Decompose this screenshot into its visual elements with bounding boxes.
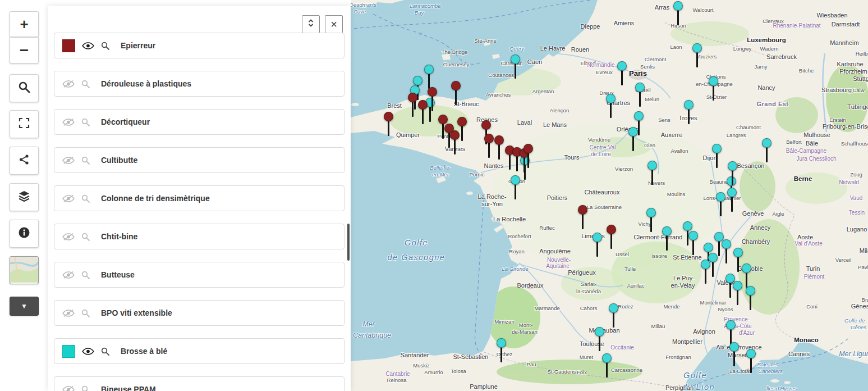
eye-slash-icon[interactable] <box>62 118 75 126</box>
marker-head <box>762 138 771 148</box>
magnifier-icon[interactable] <box>81 271 90 279</box>
map-marker-cyan[interactable] <box>635 83 645 108</box>
map-marker-red[interactable] <box>450 130 460 156</box>
panel-scrollbar[interactable] <box>347 224 350 261</box>
map-marker-cyan[interactable] <box>628 127 639 153</box>
fullscreen-button[interactable] <box>10 110 39 138</box>
eye-slash-icon[interactable] <box>62 80 75 88</box>
layer-item: Chtit-bine <box>54 224 345 249</box>
eye-slash-icon[interactable] <box>62 309 75 317</box>
zoom-out-button[interactable]: − <box>10 38 39 63</box>
marker-head <box>428 87 437 97</box>
search-button[interactable] <box>10 74 39 102</box>
map-marker-cyan[interactable] <box>511 175 521 201</box>
magnifier-icon[interactable] <box>81 118 90 126</box>
zoom-in-button[interactable]: + <box>10 11 39 37</box>
map-marker-cyan[interactable] <box>692 43 702 69</box>
eye-slash-icon[interactable] <box>62 385 75 391</box>
magnifier-icon[interactable] <box>101 347 109 356</box>
layer-label: Chtit-bine <box>101 232 137 241</box>
map-marker-red[interactable] <box>451 81 461 107</box>
info-icon <box>18 226 30 241</box>
map-marker-cyan[interactable] <box>595 327 605 353</box>
magnifier-icon[interactable] <box>81 194 90 203</box>
map-marker-cyan[interactable] <box>746 349 756 375</box>
marker-head <box>450 130 460 140</box>
collapse-toolbar-button[interactable]: ▼ <box>10 297 39 316</box>
map-marker-cyan[interactable] <box>762 138 772 164</box>
layer-label: Epierreur <box>121 41 155 50</box>
map-marker-cyan[interactable] <box>729 342 740 368</box>
marker-head <box>712 144 722 153</box>
map-marker-cyan[interactable] <box>511 54 521 80</box>
eye-slash-icon[interactable] <box>62 194 75 203</box>
share-button[interactable] <box>10 147 39 175</box>
map-marker-cyan[interactable] <box>593 233 603 258</box>
map-marker-cyan[interactable] <box>722 239 732 265</box>
map-marker-cyan[interactable] <box>684 100 694 126</box>
map-marker-cyan[interactable] <box>746 286 756 312</box>
map-marker-cyan[interactable] <box>709 76 719 102</box>
marker-head <box>602 353 612 363</box>
map-marker-red[interactable] <box>607 225 617 251</box>
marker-head <box>701 260 710 269</box>
map-marker-cyan[interactable] <box>733 281 743 307</box>
magnifier-icon[interactable] <box>81 309 90 317</box>
map-marker-cyan[interactable] <box>497 338 507 364</box>
eye-slash-icon[interactable] <box>62 271 75 279</box>
map-marker-cyan[interactable] <box>647 161 658 187</box>
layer-item: Bineuse PPAM <box>54 376 345 391</box>
marker-head <box>438 115 448 124</box>
map-marker-red[interactable] <box>408 93 418 119</box>
layer-item: Butteuse <box>54 262 345 288</box>
map-marker-red[interactable] <box>494 135 504 161</box>
map-marker-cyan[interactable] <box>602 353 612 379</box>
marker-head <box>457 117 467 126</box>
map-marker-red[interactable] <box>484 134 494 160</box>
map-marker-cyan[interactable] <box>606 94 616 120</box>
map-marker-red[interactable] <box>523 144 534 170</box>
eye-icon[interactable] <box>82 347 94 356</box>
marker-head <box>609 303 618 313</box>
map-marker-cyan[interactable] <box>617 61 627 87</box>
layer-color-swatch[interactable] <box>62 345 75 358</box>
map-marker-red[interactable] <box>428 87 438 113</box>
marker-head <box>709 76 718 86</box>
map-canvas[interactable]: ArrasWalcourtClervauxWiesbadenDarmstadtR… <box>351 0 868 391</box>
map-marker-red[interactable] <box>384 112 394 138</box>
map-marker-cyan[interactable] <box>688 231 699 257</box>
marker-head <box>729 342 739 352</box>
magnifier-icon[interactable] <box>81 385 90 391</box>
marker-head <box>578 205 587 215</box>
map-marker-cyan[interactable] <box>646 208 656 234</box>
layer-list: EpierreurDérouleuse à plastiquesDécortiq… <box>54 33 345 391</box>
map-marker-cyan[interactable] <box>728 161 738 187</box>
magnifier-icon[interactable] <box>81 233 90 241</box>
eye-icon[interactable] <box>82 42 94 50</box>
marker-head <box>523 144 533 153</box>
map-marker-red[interactable] <box>578 205 588 231</box>
info-button[interactable] <box>10 220 39 248</box>
marker-head <box>727 188 737 197</box>
map-marker-cyan[interactable] <box>712 144 722 170</box>
magnifier-icon[interactable] <box>81 156 90 165</box>
magnifier-icon[interactable] <box>81 80 90 88</box>
marker-head <box>494 135 504 145</box>
marker-head <box>716 192 725 202</box>
eye-slash-icon[interactable] <box>62 156 75 165</box>
map-marker-cyan[interactable] <box>727 188 737 213</box>
layer-item: Brosse à blé <box>54 338 345 364</box>
sort-layers-button[interactable] <box>302 15 320 33</box>
layers-button[interactable] <box>10 183 39 211</box>
eye-slash-icon[interactable] <box>62 233 75 241</box>
minimap-button[interactable] <box>10 256 39 284</box>
map-marker-cyan[interactable] <box>701 260 711 285</box>
layer-color-swatch[interactable] <box>62 39 75 52</box>
map-marker-cyan[interactable] <box>673 1 683 27</box>
map-marker-cyan[interactable] <box>662 226 672 252</box>
close-panel-button[interactable]: × <box>325 15 343 33</box>
map-marker-cyan[interactable] <box>716 192 726 218</box>
magnifier-icon[interactable] <box>101 42 109 50</box>
map-marker-red[interactable] <box>418 100 428 126</box>
map-marker-cyan[interactable] <box>609 303 619 329</box>
